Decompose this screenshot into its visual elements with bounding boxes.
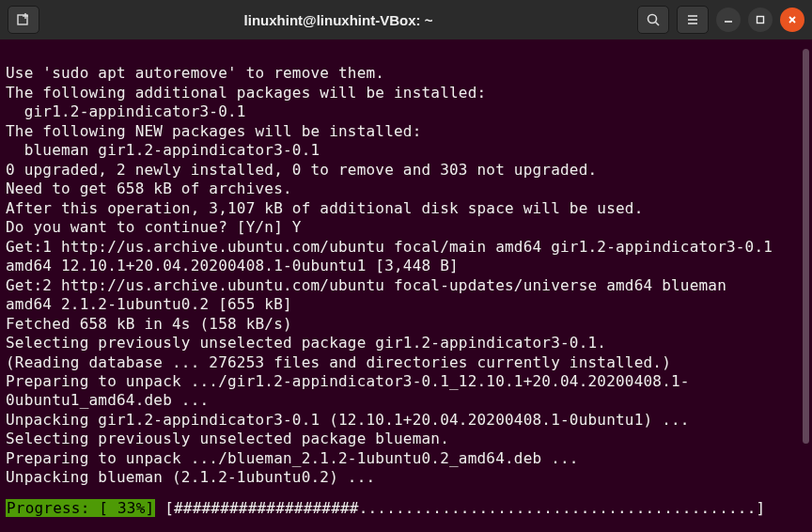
terminal-line: Need to get 658 kB of archives. (6, 180, 292, 197)
svg-line-4 (656, 23, 660, 26)
titlebar-right (637, 6, 804, 34)
scrollbar-thumb[interactable] (803, 49, 809, 444)
search-button[interactable] (637, 6, 669, 34)
svg-rect-9 (757, 17, 764, 23)
minimize-icon (723, 14, 734, 25)
terminal-line: Use 'sudo apt autoremove' to remove them… (6, 64, 384, 82)
terminal-line: gir1.2-appindicator3-0.1 (6, 102, 246, 120)
terminal-line: (Reading database ... 276253 files and d… (6, 353, 671, 371)
terminal-line: Get:2 http://us.archive.ubuntu.com/ubunt… (6, 276, 776, 315)
new-tab-icon (16, 12, 31, 27)
svg-point-3 (648, 15, 657, 23)
minimize-button[interactable] (716, 8, 741, 32)
close-icon (787, 14, 798, 25)
terminal-line: Do you want to continue? [Y/n] Y (6, 218, 302, 236)
terminal-line: Selecting previously unselected package … (6, 334, 606, 352)
terminal-line: Preparing to unpack .../gir1.2-appindica… (6, 372, 776, 411)
search-icon (646, 12, 661, 27)
terminal-line: The following NEW packages will be insta… (6, 122, 421, 140)
terminal-line: Fetched 658 kB in 4s (158 kB/s) (6, 315, 292, 333)
terminal-line: Unpacking blueman (2.1.2-1ubuntu0.2) ... (6, 468, 375, 486)
close-button[interactable] (780, 8, 804, 32)
maximize-icon (755, 14, 766, 25)
maximize-button[interactable] (748, 8, 773, 32)
terminal-line: Get:1 http://us.archive.ubuntu.com/ubunt… (6, 238, 776, 276)
terminal-line: After this operation, 3,107 kB of additi… (6, 199, 643, 217)
menu-icon (685, 12, 700, 27)
menu-button[interactable] (677, 6, 709, 34)
terminal-line: Preparing to unpack .../blueman_2.1.2-1u… (6, 449, 579, 467)
window-title: linuxhint@linuxhint-VBox: ~ (45, 12, 632, 28)
terminal-line: Unpacking gir1.2-appindicator3-0.1 (12.1… (6, 411, 690, 429)
scrollbar[interactable] (801, 39, 810, 532)
new-tab-button[interactable] (8, 6, 39, 34)
terminal-line: Selecting previously unselected package … (6, 430, 449, 447)
terminal-line: 0 upgraded, 2 newly installed, 0 to remo… (6, 161, 597, 179)
progress-label: Progress: [ 33%] (6, 499, 155, 517)
terminal-line: The following additional packages will b… (6, 84, 486, 102)
titlebar: linuxhint@linuxhint-VBox: ~ (0, 0, 812, 39)
terminal-line: blueman gir1.2-appindicator3-0.1 (6, 141, 320, 159)
terminal-output[interactable]: Use 'sudo apt autoremove' to remove them… (0, 39, 812, 532)
progress-bar: [####################...................… (155, 499, 774, 517)
progress-line: Progress: [ 33%] [####################..… (6, 499, 806, 518)
titlebar-left (8, 6, 39, 34)
